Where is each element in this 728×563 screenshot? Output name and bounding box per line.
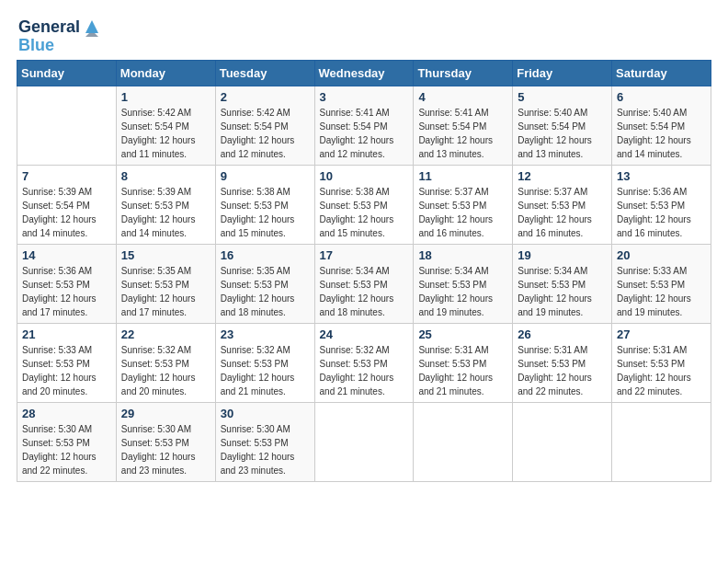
day-number: 22 [121, 327, 210, 341]
day-info: Sunrise: 5:30 AMSunset: 5:53 PMDaylight:… [221, 422, 310, 477]
day-number: 1 [121, 90, 210, 104]
day-info: Sunrise: 5:34 AMSunset: 5:53 PMDaylight:… [518, 264, 607, 319]
day-number: 19 [518, 248, 607, 262]
weekday-header-tuesday: Tuesday [215, 60, 314, 86]
day-info: Sunrise: 5:30 AMSunset: 5:53 PMDaylight:… [121, 422, 210, 477]
calendar-week-row: 1Sunrise: 5:42 AMSunset: 5:54 PMDaylight… [17, 86, 711, 165]
day-info: Sunrise: 5:37 AMSunset: 5:53 PMDaylight:… [418, 185, 507, 240]
day-number: 21 [22, 327, 111, 341]
day-info: Sunrise: 5:42 AMSunset: 5:54 PMDaylight:… [121, 106, 210, 161]
calendar-cell: 27Sunrise: 5:31 AMSunset: 5:53 PMDayligh… [612, 323, 711, 402]
day-number: 4 [418, 90, 507, 104]
weekday-header-saturday: Saturday [612, 60, 711, 86]
calendar-cell: 25Sunrise: 5:31 AMSunset: 5:53 PMDayligh… [414, 323, 513, 402]
calendar-cell [17, 86, 117, 165]
calendar-cell: 7Sunrise: 5:39 AMSunset: 5:54 PMDaylight… [17, 165, 117, 244]
weekday-header-row: SundayMondayTuesdayWednesdayThursdayFrid… [17, 60, 711, 86]
weekday-header-sunday: Sunday [17, 60, 117, 86]
page-header: General Blue [9, 9, 719, 60]
calendar-week-row: 21Sunrise: 5:33 AMSunset: 5:53 PMDayligh… [17, 323, 711, 402]
calendar-week-row: 7Sunrise: 5:39 AMSunset: 5:54 PMDaylight… [17, 165, 711, 244]
day-number: 7 [22, 169, 111, 183]
calendar-cell: 11Sunrise: 5:37 AMSunset: 5:53 PMDayligh… [414, 165, 513, 244]
day-number: 12 [518, 169, 607, 183]
day-info: Sunrise: 5:32 AMSunset: 5:53 PMDaylight:… [320, 343, 409, 398]
day-info: Sunrise: 5:38 AMSunset: 5:53 PMDaylight:… [221, 185, 310, 240]
day-number: 13 [617, 169, 706, 183]
logo-general: General [18, 18, 80, 37]
day-number: 5 [518, 90, 607, 104]
calendar-cell: 13Sunrise: 5:36 AMSunset: 5:53 PMDayligh… [612, 165, 711, 244]
weekday-header-thursday: Thursday [414, 60, 513, 86]
day-number: 14 [22, 248, 111, 262]
day-info: Sunrise: 5:35 AMSunset: 5:53 PMDaylight:… [121, 264, 210, 319]
calendar-cell: 21Sunrise: 5:33 AMSunset: 5:53 PMDayligh… [17, 323, 117, 402]
calendar-cell: 3Sunrise: 5:41 AMSunset: 5:54 PMDaylight… [314, 86, 414, 165]
day-info: Sunrise: 5:34 AMSunset: 5:53 PMDaylight:… [320, 264, 409, 319]
day-number: 27 [617, 327, 706, 341]
day-number: 26 [518, 327, 607, 341]
day-info: Sunrise: 5:32 AMSunset: 5:53 PMDaylight:… [221, 343, 310, 398]
logo-icon [82, 17, 102, 37]
day-number: 16 [221, 248, 310, 262]
calendar-cell: 6Sunrise: 5:40 AMSunset: 5:54 PMDaylight… [612, 86, 711, 165]
day-info: Sunrise: 5:41 AMSunset: 5:54 PMDaylight:… [418, 106, 507, 161]
day-number: 24 [320, 327, 409, 341]
day-info: Sunrise: 5:40 AMSunset: 5:54 PMDaylight:… [518, 106, 607, 161]
day-info: Sunrise: 5:32 AMSunset: 5:53 PMDaylight:… [121, 343, 210, 398]
day-info: Sunrise: 5:30 AMSunset: 5:53 PMDaylight:… [22, 422, 111, 477]
calendar-table: SundayMondayTuesdayWednesdayThursdayFrid… [17, 60, 711, 482]
day-info: Sunrise: 5:42 AMSunset: 5:54 PMDaylight:… [221, 106, 310, 161]
weekday-header-wednesday: Wednesday [314, 60, 414, 86]
calendar-cell: 26Sunrise: 5:31 AMSunset: 5:53 PMDayligh… [513, 323, 612, 402]
calendar-cell [612, 402, 711, 481]
day-number: 8 [121, 169, 210, 183]
calendar-cell [414, 402, 513, 481]
calendar-cell: 2Sunrise: 5:42 AMSunset: 5:54 PMDaylight… [215, 86, 314, 165]
calendar-cell: 22Sunrise: 5:32 AMSunset: 5:53 PMDayligh… [116, 323, 215, 402]
day-number: 3 [320, 90, 409, 104]
calendar-week-row: 14Sunrise: 5:36 AMSunset: 5:53 PMDayligh… [17, 244, 711, 323]
day-info: Sunrise: 5:35 AMSunset: 5:53 PMDaylight:… [221, 264, 310, 319]
calendar-cell [513, 402, 612, 481]
logo-blue: Blue [18, 37, 102, 55]
calendar-cell: 14Sunrise: 5:36 AMSunset: 5:53 PMDayligh… [17, 244, 117, 323]
day-info: Sunrise: 5:31 AMSunset: 5:53 PMDaylight:… [518, 343, 607, 398]
day-number: 15 [121, 248, 210, 262]
day-info: Sunrise: 5:33 AMSunset: 5:53 PMDaylight:… [22, 343, 111, 398]
day-number: 18 [418, 248, 507, 262]
calendar-container: SundayMondayTuesdayWednesdayThursdayFrid… [9, 60, 719, 489]
day-number: 29 [121, 407, 210, 420]
day-number: 20 [617, 248, 706, 262]
calendar-cell: 30Sunrise: 5:30 AMSunset: 5:53 PMDayligh… [215, 402, 314, 481]
day-info: Sunrise: 5:38 AMSunset: 5:53 PMDaylight:… [320, 185, 409, 240]
day-number: 28 [22, 407, 111, 420]
day-info: Sunrise: 5:31 AMSunset: 5:53 PMDaylight:… [617, 343, 706, 398]
calendar-cell: 18Sunrise: 5:34 AMSunset: 5:53 PMDayligh… [414, 244, 513, 323]
day-number: 6 [617, 90, 706, 104]
logo: General Blue [18, 18, 102, 55]
calendar-cell: 8Sunrise: 5:39 AMSunset: 5:53 PMDaylight… [116, 165, 215, 244]
day-info: Sunrise: 5:34 AMSunset: 5:53 PMDaylight:… [418, 264, 507, 319]
calendar-cell: 15Sunrise: 5:35 AMSunset: 5:53 PMDayligh… [116, 244, 215, 323]
calendar-cell: 1Sunrise: 5:42 AMSunset: 5:54 PMDaylight… [116, 86, 215, 165]
weekday-header-monday: Monday [116, 60, 215, 86]
calendar-cell: 20Sunrise: 5:33 AMSunset: 5:53 PMDayligh… [612, 244, 711, 323]
calendar-week-row: 28Sunrise: 5:30 AMSunset: 5:53 PMDayligh… [17, 402, 711, 481]
svg-marker-0 [85, 20, 98, 33]
calendar-cell: 29Sunrise: 5:30 AMSunset: 5:53 PMDayligh… [116, 402, 215, 481]
calendar-cell [314, 402, 414, 481]
day-info: Sunrise: 5:36 AMSunset: 5:53 PMDaylight:… [22, 264, 111, 319]
calendar-cell: 12Sunrise: 5:37 AMSunset: 5:53 PMDayligh… [513, 165, 612, 244]
calendar-cell: 17Sunrise: 5:34 AMSunset: 5:53 PMDayligh… [314, 244, 414, 323]
day-number: 17 [320, 248, 409, 262]
day-info: Sunrise: 5:33 AMSunset: 5:53 PMDaylight:… [617, 264, 706, 319]
day-number: 30 [221, 407, 310, 420]
calendar-cell: 10Sunrise: 5:38 AMSunset: 5:53 PMDayligh… [314, 165, 414, 244]
weekday-header-friday: Friday [513, 60, 612, 86]
day-info: Sunrise: 5:31 AMSunset: 5:53 PMDaylight:… [418, 343, 507, 398]
day-number: 25 [418, 327, 507, 341]
svg-marker-1 [85, 33, 98, 37]
calendar-cell: 4Sunrise: 5:41 AMSunset: 5:54 PMDaylight… [414, 86, 513, 165]
day-info: Sunrise: 5:40 AMSunset: 5:54 PMDaylight:… [617, 106, 706, 161]
